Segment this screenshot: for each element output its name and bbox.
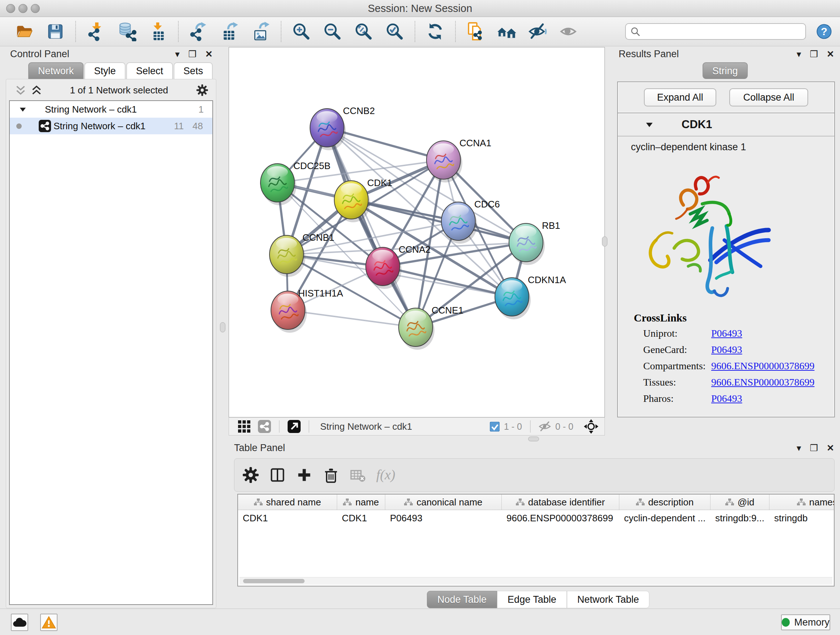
cloud-status-button[interactable] <box>11 614 28 631</box>
cell-shared-name[interactable]: CDK1 <box>238 513 337 524</box>
panel-collapse-icon[interactable]: ▾ <box>797 443 801 453</box>
memory-button[interactable]: Memory <box>781 614 830 630</box>
delete-column-button[interactable] <box>321 464 341 486</box>
panel-float-icon[interactable]: ❒ <box>810 443 818 453</box>
table-panel-title: Table Panel <box>234 442 285 454</box>
network-edge[interactable] <box>383 266 512 297</box>
column-header-name[interactable]: name <box>337 494 385 510</box>
hide-selected-button[interactable] <box>527 20 548 43</box>
zoom-out-button[interactable] <box>322 20 343 43</box>
splitter-handle-right[interactable] <box>602 236 607 247</box>
gear-icon[interactable] <box>196 84 208 96</box>
panel-float-icon[interactable]: ❒ <box>188 50 196 59</box>
scrollbar-thumb[interactable] <box>243 579 305 583</box>
import-network-from-file-button[interactable] <box>85 20 106 43</box>
crosslink-pharos-link[interactable]: P06493 <box>711 393 742 404</box>
birdseye-icon[interactable] <box>584 419 599 434</box>
refresh-button[interactable] <box>425 20 446 43</box>
cell-namespace[interactable]: stringdb <box>769 513 835 524</box>
tab-select[interactable]: Select <box>126 62 173 79</box>
panel-collapse-icon[interactable]: ▾ <box>797 50 801 59</box>
table-row[interactable]: CDK1 CDK1 P06493 9606.ENSP00000378699 cy… <box>238 510 834 526</box>
zoom-fit-icon <box>354 22 373 41</box>
search-input[interactable] <box>640 26 801 38</box>
network-badge-icon[interactable] <box>258 420 271 433</box>
entry-header[interactable]: CDK1 <box>618 113 834 136</box>
tab-edge-table[interactable]: Edge Table <box>497 591 567 608</box>
crosslink-compartments-link[interactable]: 9606.ENSP00000378699 <box>711 360 814 372</box>
table-settings-button[interactable] <box>240 464 261 486</box>
zoom-selected-button[interactable] <box>384 20 405 43</box>
column-header-description[interactable]: description <box>619 494 711 510</box>
zoom-in-button[interactable] <box>291 20 312 43</box>
open-in-new-icon[interactable] <box>287 420 301 433</box>
panel-close-icon[interactable]: ✕ <box>205 50 213 59</box>
column-header-namespace[interactable]: namespace <box>769 494 835 510</box>
cell-description[interactable]: cyclin-dependent ... <box>619 513 711 524</box>
search-box[interactable] <box>625 23 806 40</box>
export-image-button[interactable] <box>250 20 271 43</box>
export-network-button[interactable] <box>188 20 209 43</box>
column-header-shared-name[interactable]: shared name <box>238 494 337 510</box>
panel-close-icon[interactable]: ✕ <box>827 443 834 453</box>
show-columns-button[interactable] <box>267 464 288 486</box>
copy-network-button[interactable] <box>465 20 486 43</box>
horizontal-scrollbar[interactable] <box>240 577 832 585</box>
tab-network[interactable]: Network <box>28 62 84 79</box>
export-table-button[interactable] <box>219 20 240 43</box>
node-label-CCNB1: CCNB1 <box>302 232 334 243</box>
grid-view-icon[interactable] <box>238 420 251 433</box>
tree-expander-icon[interactable] <box>19 106 27 112</box>
splitter-handle-left[interactable] <box>220 322 225 333</box>
tab-network-table[interactable]: Network Table <box>567 591 650 608</box>
save-session-button[interactable] <box>45 20 66 43</box>
expand-all-icon[interactable] <box>32 85 42 95</box>
panel-float-icon[interactable]: ❒ <box>810 50 818 59</box>
refresh-icon <box>425 22 445 41</box>
help-button[interactable]: ? <box>815 23 833 40</box>
column-header-database-identifier[interactable]: database identifier <box>502 494 619 510</box>
network-collection-row[interactable]: String Network – cdk1 1 <box>10 101 212 118</box>
status-bar: Memory <box>0 608 840 635</box>
collapse-all-icon[interactable] <box>16 85 26 95</box>
node-label-CCNB2: CCNB2 <box>343 105 375 116</box>
cell-name[interactable]: CDK1 <box>337 513 385 524</box>
network-view[interactable]: CCNB2CCNA1CDC25BCDK1CDC6RB1CCNB1CCNA2CDK… <box>229 47 605 417</box>
entry-name: CDK1 <box>682 118 712 131</box>
tab-node-table[interactable]: Node Table <box>427 591 497 608</box>
network-edge[interactable] <box>288 310 416 327</box>
selected-checkbox-icon[interactable] <box>490 422 500 432</box>
open-session-button[interactable] <box>14 20 35 43</box>
window-title: Session: New Session <box>0 0 840 17</box>
zoom-fit-button[interactable] <box>353 20 374 43</box>
show-all-button[interactable] <box>559 20 579 43</box>
panel-close-icon[interactable]: ✕ <box>827 50 834 59</box>
tab-sets[interactable]: Sets <box>174 62 213 79</box>
network-selection-status: 1 of 1 Network selected <box>42 85 196 96</box>
entry-expander-icon[interactable] <box>645 121 653 128</box>
network-row-selected[interactable]: String Network – cdk1 11 48 <box>10 118 212 134</box>
column-header-canonical-name[interactable]: canonical name <box>385 494 502 510</box>
toolbar-separator <box>75 21 76 42</box>
cell-canonical-name[interactable]: P06493 <box>385 513 502 524</box>
help-icon: ? <box>815 23 833 40</box>
warnings-button[interactable] <box>40 614 57 631</box>
import-table-from-file-button[interactable] <box>148 20 169 43</box>
add-column-button[interactable] <box>294 464 315 486</box>
tab-string[interactable]: String <box>703 62 748 79</box>
collapse-all-button[interactable]: Collapse All <box>729 88 808 106</box>
first-neighbors-button[interactable] <box>496 20 517 43</box>
cell-id[interactable]: stringdb:9... <box>711 513 769 524</box>
tab-style[interactable]: Style <box>84 62 126 79</box>
expand-all-button[interactable]: Expand All <box>644 88 716 106</box>
network-graph[interactable]: CCNB2CCNA1CDC25BCDK1CDC6RB1CCNB1CCNA2CDK… <box>229 48 605 417</box>
crosslink-tissues-link[interactable]: 9606.ENSP00000378699 <box>711 377 814 388</box>
node-label-CDK1: CDK1 <box>367 177 392 188</box>
import-network-from-database-button[interactable] <box>117 20 137 43</box>
crosslink-uniprot-link[interactable]: P06493 <box>711 328 742 339</box>
crosslink-genecard-link[interactable]: P06493 <box>711 344 742 356</box>
panel-collapse-icon[interactable]: ▾ <box>175 50 180 59</box>
column-header-id[interactable]: @id <box>711 494 769 510</box>
cell-database-identifier[interactable]: 9606.ENSP00000378699 <box>502 513 619 524</box>
toolbar-separator <box>455 21 456 42</box>
